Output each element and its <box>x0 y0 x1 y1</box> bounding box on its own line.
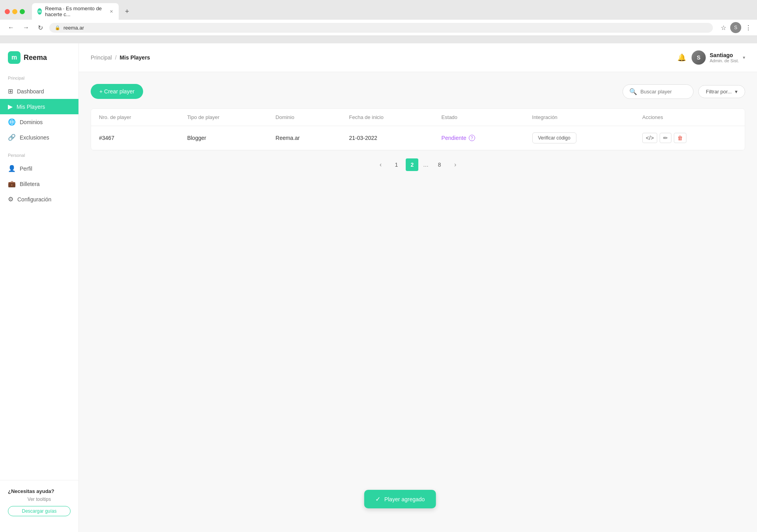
sidebar-item-dashboard[interactable]: ⊞ Dashboard <box>0 84 78 99</box>
col-header-number: Nro. de player <box>91 109 179 126</box>
table-row: #3467 Blogger Reema.ar 21-03-2022 Pendie… <box>91 126 745 150</box>
sidebar-item-configuracion-label: Configuración <box>17 196 51 203</box>
search-box: 🔍 <box>623 84 694 99</box>
nav-back-button[interactable]: ← <box>6 23 17 32</box>
tab-close-button[interactable]: ✕ <box>110 9 113 14</box>
sidebar-item-dominios[interactable]: 🌐 Dominios <box>0 114 78 130</box>
players-table: Nro. de player Tipo de player Dominio Fe… <box>91 109 745 150</box>
table-header: Nro. de player Tipo de player Dominio Fe… <box>91 109 745 126</box>
perfil-icon: 👤 <box>8 165 16 172</box>
breadcrumb-current: Mis Players <box>120 54 150 61</box>
dominios-icon: 🌐 <box>8 118 16 126</box>
col-header-status: Estado <box>434 109 524 126</box>
sidebar-item-perfil[interactable]: 👤 Perfil <box>0 161 78 176</box>
table-container: Nro. de player Tipo de player Dominio Fe… <box>91 108 745 151</box>
cell-status: Pendiente ? <box>434 126 524 150</box>
sidebar-item-exclusiones-label: Exclusiones <box>20 134 49 141</box>
dot-green[interactable] <box>20 9 25 14</box>
browser-chrome: m Reema · Es momento de hacerte c... ✕ +… <box>0 0 757 43</box>
breadcrumb-home[interactable]: Principal <box>91 54 112 61</box>
bookmark-button[interactable]: ☆ <box>721 24 726 32</box>
pagination-page-2[interactable]: 2 <box>406 158 418 171</box>
browser-nav: ← → ↻ 🔒 reema.ar ☆ S ⋮ <box>0 20 757 36</box>
delete-action-button[interactable]: 🗑 <box>674 133 686 143</box>
logo-icon: m <box>8 51 21 64</box>
dashboard-icon: ⊞ <box>8 87 13 95</box>
main-content: Principal / Mis Players 🔔 S Santiago Adm… <box>79 43 757 532</box>
user-info: S Santiago Admin. de Sist. ▾ <box>692 50 745 65</box>
sidebar-item-billetera-label: Billetera <box>20 181 40 187</box>
notification-bell-icon[interactable]: 🔔 <box>677 53 686 62</box>
status-help-icon[interactable]: ? <box>469 135 475 141</box>
pagination: ‹ 1 2 ... 8 › <box>91 151 745 179</box>
avatar-image: S <box>692 50 706 65</box>
sidebar-item-dominios-label: Dominios <box>20 119 43 125</box>
create-player-button[interactable]: + Crear player <box>91 84 143 99</box>
lock-icon: 🔒 <box>55 25 60 30</box>
dot-red[interactable] <box>5 9 10 14</box>
user-menu-chevron-icon[interactable]: ▾ <box>743 55 745 60</box>
trash-icon: 🗑 <box>677 135 683 141</box>
sidebar-item-perfil-label: Perfil <box>20 166 32 172</box>
edit-icon: ✏ <box>663 135 668 141</box>
top-header: Principal / Mis Players 🔔 S Santiago Adm… <box>79 43 757 72</box>
logo: m Reema <box>0 51 78 76</box>
cell-actions: </> ✏ 🗑 <box>634 126 745 150</box>
verify-code-button[interactable]: Verificar código <box>532 132 576 143</box>
sidebar: m Reema Principal ⊞ Dashboard ▶ Mis Play… <box>0 43 79 532</box>
breadcrumb: Principal / Mis Players <box>91 54 150 61</box>
pagination-page-8[interactable]: 8 <box>433 158 446 171</box>
nav-reload-button[interactable]: ↻ <box>35 23 45 32</box>
content-area: + Crear player 🔍 Filtrar por... ▾ <box>79 72 757 532</box>
filter-chevron-icon: ▾ <box>735 89 738 95</box>
new-tab-button[interactable]: + <box>122 7 132 16</box>
code-action-button[interactable]: </> <box>642 133 657 143</box>
sidebar-item-configuracion[interactable]: ⚙ Configuración <box>0 192 78 207</box>
col-header-integration: Integración <box>524 109 635 126</box>
tab-title: Reema · Es momento de hacerte c... <box>45 6 104 17</box>
browser-menu-button[interactable]: ⋮ <box>745 24 751 32</box>
pagination-prev-button[interactable]: ‹ <box>374 158 387 171</box>
help-subtitle: Ver tooltips <box>8 497 71 502</box>
address-bar[interactable]: 🔒 reema.ar <box>49 23 713 33</box>
cell-integration: Verificar código <box>524 126 635 150</box>
exclusiones-icon: 🔗 <box>8 134 16 141</box>
logo-text: Reema <box>24 54 47 62</box>
help-title: ¿Necesitas ayuda? <box>8 488 71 494</box>
search-input[interactable] <box>640 89 687 95</box>
sidebar-item-mis-players[interactable]: ▶ Mis Players <box>0 99 78 114</box>
sidebar-bottom: ¿Necesitas ayuda? Ver tooltips Descargar… <box>0 480 78 524</box>
browser-profile[interactable]: S <box>730 22 741 33</box>
col-header-actions: Acciones <box>634 109 745 126</box>
actions-cell: </> ✏ 🗑 <box>642 133 737 143</box>
toast-check-icon: ✓ <box>375 495 380 503</box>
filter-button[interactable]: Filtrar por... ▾ <box>698 85 745 98</box>
cell-type: Blogger <box>179 126 268 150</box>
edit-action-button[interactable]: ✏ <box>660 133 671 143</box>
pagination-page-1[interactable]: 1 <box>390 158 403 171</box>
sidebar-item-players-label: Mis Players <box>17 104 45 110</box>
table-body: #3467 Blogger Reema.ar 21-03-2022 Pendie… <box>91 126 745 150</box>
status-text: Pendiente <box>442 135 466 141</box>
browser-tab[interactable]: m Reema · Es momento de hacerte c... ✕ <box>32 3 119 20</box>
filter-label: Filtrar por... <box>706 89 732 95</box>
toolbar: + Crear player 🔍 Filtrar por... ▾ <box>91 84 745 99</box>
tab-favicon: m <box>37 8 42 15</box>
cell-date: 21-03-2022 <box>341 126 433 150</box>
sidebar-item-dashboard-label: Dashboard <box>17 88 44 95</box>
nav-forward-button[interactable]: → <box>21 23 32 32</box>
breadcrumb-separator: / <box>115 54 117 61</box>
pagination-next-button[interactable]: › <box>449 158 462 171</box>
sidebar-item-billetera[interactable]: 💼 Billetera <box>0 176 78 192</box>
download-guides-button[interactable]: Descargar guías <box>8 506 71 516</box>
toast-notification: ✓ Player agregado <box>364 490 436 508</box>
user-role: Admin. de Sist. <box>710 58 739 63</box>
dot-yellow[interactable] <box>12 9 17 14</box>
user-name: Santiago <box>710 52 739 58</box>
pagination-ellipsis: ... <box>421 161 430 168</box>
sidebar-item-exclusiones[interactable]: 🔗 Exclusiones <box>0 130 78 145</box>
browser-dots <box>5 9 25 14</box>
search-icon: 🔍 <box>629 88 637 95</box>
user-avatar: S <box>692 50 706 65</box>
app-layout: m Reema Principal ⊞ Dashboard ▶ Mis Play… <box>0 43 757 532</box>
